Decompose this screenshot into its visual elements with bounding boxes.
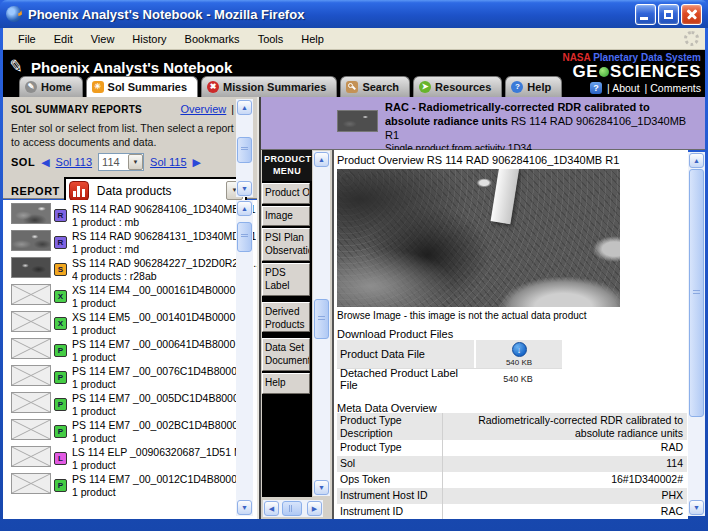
menu-data-set-documents[interactable]: Data Set Documents [262, 338, 310, 371]
probe-shape [491, 169, 520, 224]
product-list-item[interactable]: L LS 114 ELP _00906320687_1D51 M11 produ… [3, 443, 257, 470]
product-menu-hscrollbar[interactable]: ◀ ▶ [263, 500, 323, 517]
maximize-icon [664, 10, 673, 19]
sol-label: SOL [11, 156, 35, 168]
scrollbar-thumb[interactable] [314, 299, 329, 339]
menu-file[interactable]: File [9, 30, 45, 48]
download-icon[interactable]: ↓ [512, 342, 527, 357]
table-row: Ops Token16#1D340002# [337, 472, 687, 488]
product-type-badge: P [54, 425, 67, 438]
scroll-up-button[interactable]: ▲ [237, 100, 252, 115]
empty-thumbnail-icon [11, 446, 51, 467]
scroll-down-button[interactable]: ▼ [314, 480, 329, 495]
product-list-item[interactable]: P PS 114 EM7 _00_0076C1D4B8000 J11 produ… [3, 362, 257, 389]
product-type-badge: L [54, 452, 67, 465]
pencil-icon: ✎ [8, 55, 25, 78]
menu-pds-label[interactable]: PDS Label [262, 263, 310, 296]
green-dot-icon [599, 67, 609, 77]
product-list-item[interactable]: R RS 114 RAD 906284106_1D340MB R11 produ… [3, 200, 257, 227]
next-sol-icon[interactable]: ▶ [193, 156, 201, 169]
product-thumbnail [11, 230, 51, 251]
help-question-icon[interactable]: ? [590, 82, 602, 94]
menu-product-overview[interactable]: Product Overview [262, 183, 310, 204]
firefox-icon [6, 6, 22, 22]
maximize-button[interactable] [658, 4, 679, 25]
product-list-item[interactable]: X XS 114 EM4 _00_000161D4B0000 J11 produ… [3, 281, 257, 308]
minimize-button[interactable] [635, 4, 656, 25]
menu-tools[interactable]: Tools [249, 30, 293, 48]
product-type-badge: X [54, 317, 67, 330]
title-bar[interactable]: Phoenix Analyst's Notebook - Mozilla Fir… [0, 0, 708, 28]
scrollbar-thumb[interactable] [282, 501, 302, 516]
next-sol-link[interactable]: Sol 115 [150, 156, 187, 168]
scrollbar-thumb[interactable] [237, 222, 252, 252]
menu-help[interactable]: Help [262, 373, 310, 394]
menu-edit[interactable]: Edit [45, 30, 82, 48]
magnifier-icon [348, 83, 353, 88]
browse-image [337, 169, 620, 307]
tab-sol-summaries[interactable]: ☀ Sol Summaries [86, 76, 198, 97]
product-list-scrollbar[interactable]: ▲ ▼ [236, 200, 253, 516]
panel-instructions: Enter sol or select from list. Then sele… [11, 121, 243, 149]
sidebar-top-scrollbar[interactable]: ▲ ▼ [236, 99, 253, 197]
scrollbar-thumb[interactable] [689, 169, 704, 417]
empty-thumbnail-icon [11, 392, 51, 413]
file-size: 540 KB [506, 358, 532, 367]
product-menu-title: PRODUCT MENU [262, 150, 312, 181]
menu-derived-products[interactable]: Derived Products and Downloads [262, 302, 310, 332]
menu-psi-plan-observation[interactable]: PSI Plan Observation [262, 228, 310, 261]
table-row: Product TypeRAD [337, 440, 687, 456]
product-menu-scrollbar[interactable]: ▲ ▼ [313, 151, 330, 496]
main-scrollbar[interactable]: ▲ ▼ [688, 152, 705, 516]
firefox-window: Phoenix Analyst's Notebook - Mozilla Fir… [0, 0, 708, 531]
panel-title: SOL SUMMARY REPORTS [11, 104, 142, 115]
comments-link[interactable]: | Comments [645, 82, 701, 94]
product-list-item[interactable]: R RS 114 RAD 906284131_1D340MD R11 produ… [3, 227, 257, 254]
prev-sol-link[interactable]: Sol 113 [56, 156, 93, 168]
minimize-icon [640, 17, 648, 20]
table-row: Sol114 [337, 456, 687, 472]
scroll-down-button[interactable]: ▼ [689, 500, 704, 515]
product-list-item[interactable]: P PS 114 EM7 _00_0012C1D4B8000 J11 produ… [3, 470, 257, 497]
menu-bookmarks[interactable]: Bookmarks [176, 30, 249, 48]
geosciences-logo: NASA Planetary Data System GESCIENCES [562, 52, 701, 82]
download-section-heading: Download Product Files [337, 328, 453, 340]
tab-search[interactable]: Search [340, 76, 410, 97]
empty-thumbnail-icon [11, 284, 51, 305]
empty-thumbnail-icon [11, 473, 51, 494]
empty-thumbnail-icon [11, 311, 51, 332]
file-size: 540 KB [503, 374, 533, 384]
tab-resources[interactable]: ➤ Resources [413, 76, 502, 97]
sol-input[interactable]: 114 ▼ [98, 153, 144, 171]
product-list-item[interactable]: P PS 114 EM7 _00_000641D4B8000 J11 produ… [3, 335, 257, 362]
tab-home[interactable]: ✎ Home [19, 76, 83, 97]
about-link[interactable]: | About [607, 82, 640, 94]
menu-image[interactable]: Image [262, 206, 310, 227]
menu-view[interactable]: View [82, 30, 124, 48]
scroll-up-button[interactable]: ▲ [689, 153, 704, 168]
close-button[interactable] [681, 4, 702, 25]
prev-sol-icon[interactable]: ◀ [41, 156, 49, 169]
product-banner: RAC - Radiometrically-corrected RDR cali… [261, 97, 705, 150]
sol-dropdown-icon[interactable]: ▼ [128, 154, 143, 170]
overview-link[interactable]: Overview [180, 103, 226, 115]
tab-help[interactable]: ? Help [505, 76, 562, 97]
meta-table: Product Type DescriptionRadiometrically-… [337, 413, 687, 519]
tab-mission-summaries[interactable]: ✖ Mission Summaries [201, 76, 337, 97]
product-list-item[interactable]: P PS 114 EM7 _00_005DC1D4B8000 J11 produ… [3, 389, 257, 416]
menu-history[interactable]: History [123, 30, 175, 48]
scroll-down-button[interactable]: ▼ [237, 500, 252, 515]
scrollbar-thumb[interactable] [237, 137, 252, 163]
scroll-up-button[interactable]: ▲ [237, 201, 252, 216]
menu-help[interactable]: Help [292, 30, 333, 48]
product-list-item[interactable]: P PS 114 EM7 _00_002BC1D4B8000 J11 produ… [3, 416, 257, 443]
scroll-up-button[interactable]: ▲ [314, 152, 329, 167]
scroll-right-button[interactable]: ▶ [307, 501, 322, 516]
product-list-item[interactable]: S SS 114 RAD 906284227_1D2D0R2 T1...4 pr… [3, 254, 257, 281]
scroll-down-button[interactable]: ▼ [237, 181, 252, 196]
product-list-item[interactable]: X XS 114 EM5 _00_001401D4B0000 J11 produ… [3, 308, 257, 335]
window-title: Phoenix Analyst's Notebook - Mozilla Fir… [28, 7, 635, 22]
browse-image-caption: Browse Image - this image is not the act… [337, 310, 587, 321]
scroll-left-button[interactable]: ◀ [264, 501, 279, 516]
report-label: REPORT [11, 185, 60, 197]
